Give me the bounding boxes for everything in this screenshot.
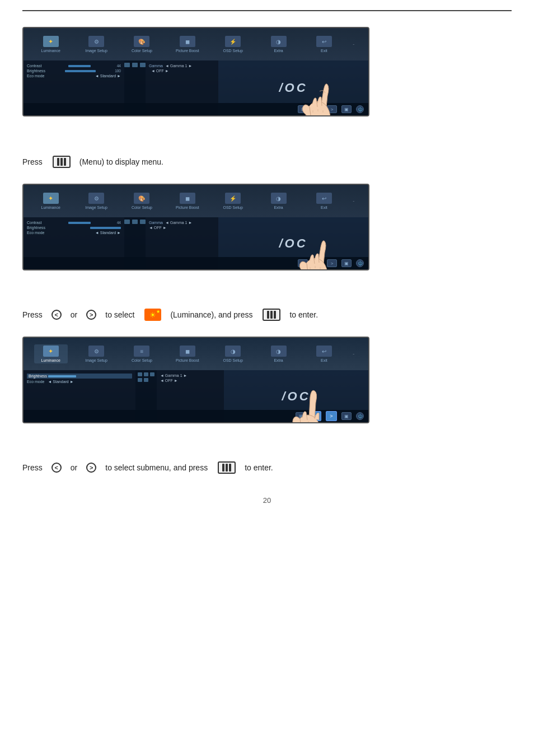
monitor-screenshot-2: ✦ Luminance ⚙ Image Setup 🎨 Color Setup …: [22, 184, 369, 270]
star-icon: ★: [156, 309, 160, 314]
colorsetup-icon-2: 🎨: [134, 193, 149, 204]
nav-indicators-3: [138, 372, 154, 382]
instruction-3: Press < or > to select submenu, and pres…: [22, 461, 512, 474]
menu-label-1: (Menu) to display menu.: [79, 157, 163, 166]
nav-ind2-2: [132, 220, 138, 224]
nav-ind3-4: [138, 378, 142, 382]
luminance-label-text-2: (Luminance), and press: [170, 310, 252, 319]
contrast-val-2: 44: [117, 221, 121, 225]
exit-label-2: Exit: [321, 206, 327, 209]
osdsetup-icon-1: ⚡: [225, 36, 241, 47]
pictureboost-label-1: Picture Boost: [176, 49, 199, 53]
luminance-label-2: Luminance: [41, 206, 60, 209]
hand-illustration-2: [290, 230, 335, 270]
menu-item-osdsetup-2: ⚡ OSD Setup: [216, 193, 250, 209]
luminance-label-3: Luminance: [41, 358, 60, 362]
or-text-3: or: [71, 463, 77, 472]
hand-svg-1: [293, 73, 338, 116]
bottom-btn-select-2: ▣: [341, 259, 352, 267]
gamma-row-2: Gamma ◄ Gamma 1 ►: [149, 221, 215, 225]
luminance-label-1: Luminance: [41, 49, 60, 53]
colorsetup-icon-1: 🎨: [134, 36, 149, 47]
bottom-btn-power-2: ⏻: [356, 259, 364, 267]
to-enter-text-3: to enter.: [245, 463, 273, 472]
to-select-text-2: to select: [105, 310, 134, 319]
submenu-brightness-3: Brightness: [27, 374, 132, 379]
contrast-val-1: 44: [117, 64, 121, 68]
pictureboost-label-3: Picture Boost: [176, 358, 199, 362]
exit-label-3: Exit: [321, 358, 327, 362]
bar2: [60, 158, 63, 166]
hand-illustration-1: [293, 73, 338, 116]
menu-button-icon-2: [263, 309, 280, 321]
menu-item-extra-3: ◑ Extra: [262, 346, 296, 362]
press-text-1: Press: [22, 157, 43, 166]
menu-item-colorsetup-2: 🎨 Color Setup: [125, 193, 158, 209]
hand-svg-2: [290, 230, 335, 270]
brightness-bar-3: [48, 375, 76, 377]
bottom-btn-power-1: ⏻: [356, 105, 364, 113]
luminance-icon-2: ✦: [43, 193, 59, 204]
bottom-btn-power-3: ⏻: [356, 412, 364, 420]
exit-icon-2: ↩: [316, 193, 332, 204]
right-chevron-icon-2: >: [86, 310, 96, 320]
bar3b: [274, 311, 276, 319]
osdsetup-icon-2: ⚡: [225, 193, 241, 204]
pictureboost-icon-3: ◼: [180, 346, 195, 357]
bar2b: [270, 311, 273, 319]
exit-icon-1: ↩: [316, 36, 332, 47]
imagesetup-icon-1: ⚙: [88, 36, 104, 47]
extra-label-2: Extra: [274, 206, 283, 209]
luminance-icon-box-2: ☀ ★: [144, 309, 161, 321]
menu-item-extra-1: ◑ Extra: [262, 36, 296, 53]
pictureboost-icon-1: ◼: [180, 36, 195, 47]
menu-item-luminance-1: ✦ Luminance: [34, 36, 68, 53]
colorsetup-label-1: Color Setup: [132, 49, 152, 53]
menu-item-imagesetup-3: ⚙ Image Setup: [79, 346, 113, 362]
menu-item-exit-3: ↩ Exit: [307, 346, 341, 362]
monitor-close-1: -: [353, 41, 358, 47]
imagesetup-label-2: Image Setup: [85, 206, 107, 209]
menu-item-pictureboost-3: ◼ Picture Boost: [171, 346, 204, 362]
brightness-row-1: Brightness 100: [27, 69, 121, 73]
brightness-bar-1: [65, 70, 96, 72]
imagesetup-label-1: Image Setup: [85, 49, 107, 53]
nav-ind3-3: [150, 372, 154, 376]
menu-item-exit-2: ↩ Exit: [307, 193, 341, 209]
contrast-bar-1: [68, 65, 91, 67]
off-row-1: ◄ OFF ►: [149, 69, 215, 73]
pictureboost-label-2: Picture Boost: [176, 206, 199, 209]
monitor-close-3: -: [353, 351, 358, 357]
bar1: [57, 158, 59, 166]
monitor-screenshot-3: ✦ Luminance ⚙ Image Setup ≡ Color Setup …: [22, 337, 369, 423]
gamma-row-1: Gamma ◄ Gamma 1 ►: [149, 64, 215, 68]
page-footer: 20: [0, 496, 534, 505]
menu-item-extra-2: ◑ Extra: [262, 193, 296, 209]
imagesetup-label-3: Image Setup: [85, 358, 107, 362]
monitor-top-bar-3: ✦ Luminance ⚙ Image Setup ≡ Color Setup …: [24, 338, 368, 370]
brightness-row-2: Brightness: [27, 226, 121, 230]
nav-ind2-3: [140, 220, 146, 224]
contrast-bar-2: [68, 222, 91, 224]
gamma-row-3: ◄ Gamma 1 ►: [160, 374, 221, 377]
exit-label-1: Exit: [321, 49, 327, 53]
top-divider: [22, 10, 512, 11]
osdsetup-label-2: OSD Setup: [223, 206, 242, 209]
ecomode-row-2: Eco mode ◄ Standard ►: [27, 231, 121, 235]
menu-item-pictureboost-2: ◼ Picture Boost: [171, 193, 204, 209]
contrast-row-1: Contrast 44: [27, 64, 121, 68]
brightness-val-1: 100: [115, 69, 121, 73]
menu-item-imagesetup-2: ⚙ Image Setup: [79, 193, 113, 209]
menu-item-colorsetup-3: ≡ Color Setup: [125, 346, 158, 362]
bottom-btn-select-3: ▣: [341, 412, 352, 420]
bar3c: [229, 464, 231, 472]
colorsetup-label-2: Color Setup: [132, 206, 152, 209]
nav-ind3-1: [138, 372, 142, 376]
extra-icon-2: ◑: [271, 193, 287, 204]
nav-ind-1: [124, 63, 130, 67]
section3: ✦ Luminance ⚙ Image Setup ≡ Color Setup …: [22, 337, 512, 474]
monitor-screenshot-1: ✦ Luminance ⚙ Image Setup 🎨 Color Setup …: [22, 27, 369, 116]
instruction-1: Press (Menu) to display menu.: [22, 156, 512, 168]
press-text-2: Press: [22, 310, 43, 319]
colorsetup-label-3: Color Setup: [132, 358, 152, 362]
